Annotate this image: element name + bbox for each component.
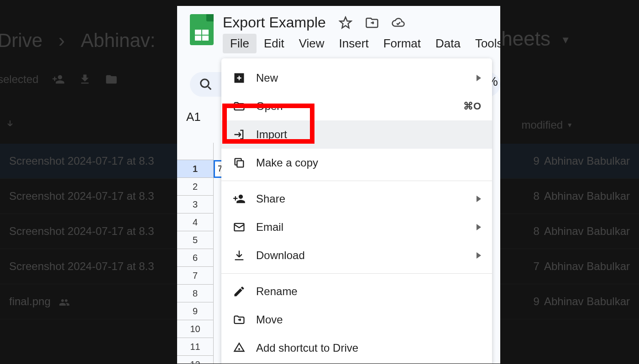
keyboard-shortcut: ⌘O <box>463 100 481 112</box>
download-icon <box>79 73 91 86</box>
new-icon <box>232 71 246 85</box>
sheets-window: Export Example File Edit View Insert For… <box>177 6 500 364</box>
copy-icon <box>232 156 246 170</box>
file-owner: 9 Abhinav Babulkar <box>534 295 630 308</box>
file-owner: 9 Abhinav Babulkar <box>534 155 630 167</box>
menu-format[interactable]: Format <box>376 34 428 53</box>
row-header[interactable]: 11 <box>177 338 214 356</box>
row-header[interactable]: 7 <box>177 267 214 285</box>
svg-point-0 <box>201 79 209 88</box>
arrow-down-icon <box>5 119 16 130</box>
file-name: Screenshot 2024-07-17 at 8.3 <box>9 225 154 238</box>
sheets-dropdown-label: sheets ▼ <box>491 27 571 50</box>
row-header[interactable]: 6 <box>177 249 214 267</box>
sort-arrow <box>5 119 16 130</box>
selected-label: selected <box>0 73 38 86</box>
select-all-cell[interactable] <box>177 143 214 160</box>
modified-column-header: modified ▼ <box>521 119 573 131</box>
menu-view[interactable]: View <box>292 34 332 53</box>
breadcrumb-folder: Abhinav: <box>81 30 155 52</box>
menu-item-email[interactable]: Email <box>221 213 492 241</box>
menu-tools[interactable]: Tools <box>468 34 500 53</box>
import-icon <box>232 128 246 141</box>
caret-down-icon: ▼ <box>560 34 571 46</box>
breadcrumb: Drive › Abhinav: <box>0 30 155 52</box>
row-header[interactable]: 2 <box>177 178 214 196</box>
move-folder-icon <box>232 313 246 327</box>
file-name: Screenshot 2024-07-17 at 8.3 <box>9 190 154 203</box>
document-title[interactable]: Export Example <box>223 14 326 31</box>
row-header[interactable]: 10 <box>177 320 214 338</box>
submenu-arrow-icon <box>477 252 481 259</box>
file-name: final.png <box>9 295 70 308</box>
row-header[interactable]: 3 <box>177 196 214 213</box>
add-person-icon <box>52 73 65 86</box>
menu-item-download[interactable]: Download <box>221 241 492 270</box>
drive-toolbar: selected <box>0 73 118 86</box>
file-name: Screenshot 2024-07-17 at 8.3 <box>9 260 154 273</box>
sheets-logo-icon[interactable] <box>190 14 214 45</box>
file-owner: 7 Abhinav Babulkar <box>534 260 630 273</box>
menu-item-open[interactable]: Open ⌘O <box>221 92 492 120</box>
menu-edit[interactable]: Edit <box>257 34 292 53</box>
row-header[interactable]: 4 <box>177 213 214 231</box>
chevron-right-icon: › <box>58 30 65 52</box>
menu-insert[interactable]: Insert <box>332 34 376 53</box>
menu-item-rename[interactable]: Rename <box>221 277 492 306</box>
move-icon <box>105 73 118 86</box>
menu-item-import[interactable]: Import <box>221 120 492 149</box>
rename-icon <box>232 285 246 298</box>
email-icon <box>232 220 246 234</box>
menu-divider <box>221 273 492 274</box>
file-owner: 8 Abhinav Babulkar <box>534 190 630 203</box>
menu-item-share[interactable]: Share <box>221 185 492 213</box>
cloud-saved-icon[interactable] <box>392 16 405 30</box>
move-to-folder-icon[interactable] <box>365 16 379 30</box>
menu-item-move[interactable]: Move <box>221 306 492 334</box>
row-header[interactable]: 1 <box>177 160 214 178</box>
submenu-arrow-icon <box>477 224 481 230</box>
submenu-arrow-icon <box>477 75 481 81</box>
menu-divider <box>221 181 492 181</box>
file-name: Screenshot 2024-07-17 at 8.3 <box>9 155 154 167</box>
breadcrumb-drive: Drive <box>0 30 42 52</box>
folder-icon <box>232 99 246 113</box>
file-dropdown-menu: New Open ⌘O Import Make a copy <box>221 58 492 364</box>
drive-shortcut-icon <box>232 341 246 355</box>
row-header[interactable]: 8 <box>177 285 214 302</box>
row-header[interactable]: 12 <box>177 356 214 364</box>
name-box[interactable]: A1 <box>186 110 201 124</box>
svg-rect-1 <box>237 161 243 167</box>
file-owner: 8 Abhinav Babulkar <box>534 225 630 238</box>
menu-item-new[interactable]: New <box>221 64 492 92</box>
download-icon <box>232 249 246 262</box>
share-icon <box>232 192 246 206</box>
submenu-arrow-icon <box>477 196 481 202</box>
menu-file[interactable]: File <box>223 34 257 53</box>
menu-item-add-shortcut[interactable]: Add shortcut to Drive <box>221 334 492 362</box>
sheets-header: Export Example File Edit View Insert For… <box>177 6 500 53</box>
star-icon[interactable] <box>339 16 352 30</box>
search-icon[interactable] <box>199 78 213 91</box>
row-header[interactable]: 9 <box>177 302 214 320</box>
row-header[interactable]: 5 <box>177 231 214 249</box>
menu-item-make-copy[interactable]: Make a copy <box>221 149 492 177</box>
caret-down-icon: ▼ <box>566 121 573 129</box>
shared-icon <box>59 297 70 308</box>
menu-data[interactable]: Data <box>428 34 468 53</box>
menu-bar: File Edit View Insert Format Data Tools <box>223 34 500 53</box>
